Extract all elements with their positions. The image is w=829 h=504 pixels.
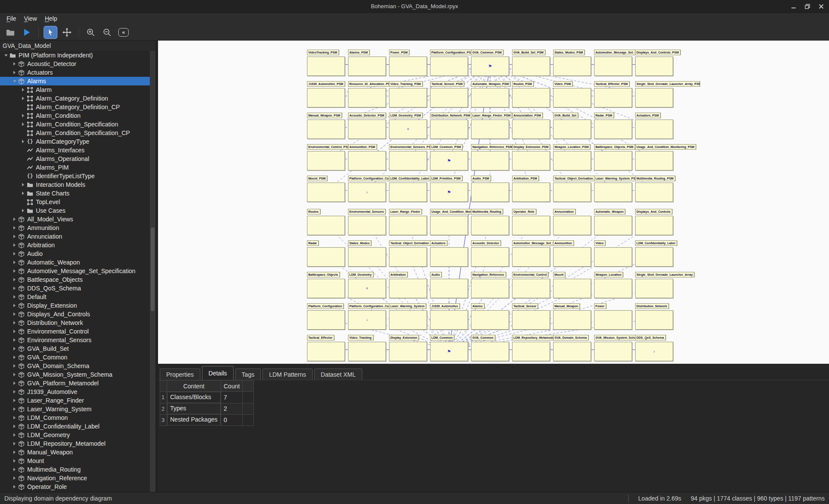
diagram-package-laser-warning-system[interactable]: Laser_Warning_System	[389, 303, 427, 330]
expander-closed-icon[interactable]	[20, 209, 26, 212]
expander-closed-icon[interactable]	[11, 485, 18, 488]
tree-item-display-extension[interactable]: Display_Extension	[0, 301, 150, 310]
diagram-package-audio[interactable]: Audio	[430, 271, 468, 298]
tree-item-alarm-condition-specification-cp[interactable]: Alarm_Condition_Specification_CP	[0, 129, 150, 137]
tree-item-gva-common[interactable]: GVA_Common	[0, 353, 150, 362]
menu-view[interactable]: View	[20, 14, 41, 23]
tab-properties[interactable]: Properties	[160, 369, 200, 380]
tree-item-navigation-reference[interactable]: Navigation_Reference	[0, 474, 150, 482]
table-row-nested-packages[interactable]: 3Nested Packages0	[160, 414, 254, 425]
tree-item-mount[interactable]: Mount	[0, 457, 150, 465]
tab-tags[interactable]: Tags	[235, 369, 261, 380]
tree-item-all-model-views[interactable]: All_Model_Views	[0, 215, 150, 224]
tree-item-gva-mission-system-schema[interactable]: GVA_Mission_System_Schema	[0, 370, 150, 379]
diagram-package-tactical-sensor-psm[interactable]: Tactical_Sensor_PSM	[430, 81, 468, 107]
diagram-package-environmental-sensors-psm[interactable]: Environmental_Sensors_PSM	[389, 144, 435, 170]
diagram-package-radar-psm[interactable]: Radar_PSM	[594, 112, 632, 139]
diagram-package-videotracking-psm[interactable]: VideoTracking_PSM	[307, 49, 345, 76]
diagram-package-mount-psm[interactable]: Mount_PSM	[307, 175, 345, 202]
diagram-package-audio-psm[interactable]: Audio_PSM	[471, 175, 509, 202]
diagram-package-usage-and-condition-monitoring-psm[interactable]: Usage_And_Condition_Monitoring_PSM	[635, 144, 696, 170]
select-tool-button[interactable]	[44, 26, 57, 39]
diagram-package-radar[interactable]: Radar	[307, 240, 345, 267]
diagram-package-navigation-reference[interactable]: Navigation_Reference	[471, 271, 509, 298]
diagram-package-battlespace-objects[interactable]: Battlespace_Objects	[307, 271, 345, 298]
tree-item-toplevel[interactable]: TopLevel	[0, 198, 150, 206]
sidebar-scrollbar-thumb[interactable]	[151, 227, 155, 311]
expander-closed-icon[interactable]	[20, 88, 26, 91]
expander-closed-icon[interactable]	[11, 62, 18, 66]
diagram-package-distribution-network[interactable]: Distribution_Network	[635, 303, 673, 330]
diagram-package-annunciation[interactable]: Annunciation	[553, 208, 591, 235]
tree-item-operator-role[interactable]: Operator_Role	[0, 482, 150, 491]
tree-item-automotive-message-set-specification[interactable]: Automotive_Message_Set_Specification	[0, 267, 150, 275]
diagram-package-tactical-effector-psm[interactable]: Tactical_Effector_PSM	[594, 81, 632, 107]
tree-item-use-cases[interactable]: Use Cases	[0, 206, 150, 215]
diagram-package-automatic-weapon[interactable]: Automatic_Weapon	[594, 208, 632, 235]
diagram-package-ldm-confidentiality-label[interactable]: LDM_Confidentiality_Label	[635, 240, 677, 267]
diagram-package-j1939-automotive[interactable]: J1939_Automotive	[430, 303, 468, 330]
menu-help[interactable]: Help	[41, 14, 61, 23]
diagram-package-ldm-primitive-psm[interactable]: LDM_Primitive_PSM⚑	[430, 175, 468, 202]
diagram-package-acoustic-detector[interactable]: Acoustic_Detector	[471, 240, 509, 267]
expander-closed-icon[interactable]	[11, 364, 18, 368]
tree-item-ldm-common[interactable]: LDM_Common	[0, 413, 150, 422]
diagram-package-navigation-reference-psm[interactable]: Navigation_Reference_PSM	[471, 144, 514, 170]
expander-closed-icon[interactable]	[11, 217, 18, 221]
diagram-package-gva-build-set[interactable]: GVA_Build_Set	[553, 112, 591, 139]
diagram-package-tactical-object-derivation[interactable]: Tactical_Object_Derivation	[389, 240, 430, 267]
expander-closed-icon[interactable]	[11, 278, 18, 281]
expander-closed-icon[interactable]	[20, 183, 26, 186]
tree-item-alarms[interactable]: Alarms	[0, 77, 150, 85]
sidebar-scrollbar[interactable]	[150, 51, 155, 492]
tree-item-pim-platform-independent[interactable]: PIM (Platform Independent)	[0, 51, 150, 60]
tree-item-laser-warning-system[interactable]: Laser_Warning_System	[0, 405, 150, 413]
tree-item-automatic-weapon[interactable]: Automatic_Weapon	[0, 258, 150, 267]
expander-closed-icon[interactable]	[11, 321, 18, 324]
expander-closed-icon[interactable]	[11, 399, 18, 402]
expander-closed-icon[interactable]	[11, 425, 18, 428]
tree-item-alarm-condition-specification[interactable]: Alarm_Condition_Specification	[0, 120, 150, 129]
tree-item-ldm-confidentiality-label[interactable]: LDM_Confidentiality_Label	[0, 422, 150, 431]
tree-item-distribution-network[interactable]: Distribution_Network	[0, 318, 150, 327]
diagram-package-manual-weapon[interactable]: Manual_Weapon	[553, 303, 591, 330]
tree-item-gva-build-set[interactable]: GVA_Build_Set	[0, 344, 150, 353]
diagram-package-routes-psm[interactable]: Routes_PSM	[512, 81, 550, 107]
tree-item-ammunition[interactable]: Ammunition	[0, 224, 150, 232]
expander-open-icon[interactable]	[11, 80, 18, 82]
diagram-package-ammunition-psm[interactable]: Ammunition_PSM	[348, 144, 386, 170]
tree-item-alarms-operational[interactable]: Alarms_Operational	[0, 154, 150, 163]
tree-item-environmental-sensors[interactable]: Environmental_Sensors	[0, 336, 150, 344]
diagram-package-environmental-control-psm[interactable]: Environmental_Control_PSM	[307, 144, 351, 170]
tree-item-interaction-models[interactable]: Interaction Models	[0, 180, 150, 189]
diagram-package-power[interactable]: Power	[594, 303, 632, 330]
diagram-package-laser-range-finder[interactable]: Laser_Range_Finder	[389, 208, 427, 235]
tree-item-identifiertypelisttype[interactable]: {}IdentifierTypeListType	[0, 172, 150, 180]
tree-item-manual-weapon[interactable]: Manual_Weapon	[0, 448, 150, 457]
diagram-package-routes[interactable]: Routes	[307, 208, 345, 235]
diagram-package-manual-weapon-psm[interactable]: Manual_Weapon_PSM	[307, 112, 345, 139]
diagram-package-annunciation-psm[interactable]: Annunciation_PSM	[512, 112, 550, 139]
diagram-package-video-tracking[interactable]: Video_Tracking	[348, 334, 386, 361]
expander-closed-icon[interactable]	[11, 226, 18, 230]
expander-closed-icon[interactable]	[11, 476, 18, 480]
diagram-package-j1939-automotive-psm[interactable]: J1939_Automotive_PSM	[307, 81, 345, 107]
tree-item-alarm-category-definition[interactable]: Alarm_Category_Definition	[0, 94, 150, 103]
tree-item-ldm-geometry[interactable]: LDM_Geometry	[0, 431, 150, 439]
diagram-package-multimedia-routing[interactable]: Multimedia_Routing	[471, 208, 509, 235]
diagram-package-arbitration-psm[interactable]: Arbitration_PSM	[512, 175, 550, 202]
expander-closed-icon[interactable]	[11, 381, 18, 385]
diagram-package-weapon-location[interactable]: Weapon_Location	[594, 271, 632, 298]
diagram-package-laser-warning-system-psm[interactable]: Laser_Warning_System_PSM	[594, 175, 639, 202]
restore-button[interactable]	[804, 3, 811, 10]
menu-file[interactable]: File	[3, 14, 20, 23]
expander-closed-icon[interactable]	[11, 287, 18, 290]
table-row-classes-blocks[interactable]: 1Classes/Blocks7	[160, 392, 254, 403]
diagram-package-single-shot-grenade-launcher-array[interactable]: Single_Shot_Grenade_Launcher_Array	[635, 271, 694, 298]
expander-closed-icon[interactable]	[11, 407, 18, 411]
diagram-package-tactical-effector[interactable]: Tactical_Effector	[307, 334, 345, 361]
diagram-package-automatic-weapon-psm[interactable]: Automatic_Weapon_PSM	[471, 81, 510, 107]
diagram-canvas[interactable]: VideoTracking_PSMAlarms_PSMPower_PSMPlat…	[158, 41, 829, 364]
expander-closed-icon[interactable]	[20, 114, 26, 117]
diagram-package-displays-and-controls-psm[interactable]: Displays_And_Controls_PSM	[635, 49, 680, 76]
